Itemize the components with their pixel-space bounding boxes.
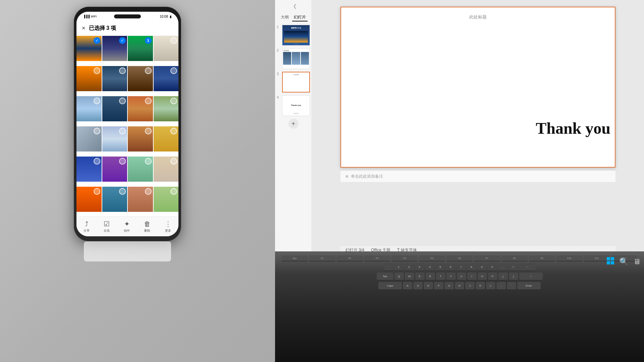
f11-key[interactable]: F11: [584, 255, 610, 261]
slide-list-item[interactable]: 2 此处标题: [277, 48, 310, 69]
slide-thumbnail[interactable]: 此处标题: [282, 48, 310, 69]
photo-cell[interactable]: 3: [128, 36, 153, 61]
i-key[interactable]: I: [467, 273, 477, 281]
f6-key[interactable]: F6: [446, 255, 473, 261]
photo-cell[interactable]: [76, 126, 102, 152]
lbracket-key[interactable]: [: [498, 273, 508, 281]
windows-button[interactable]: [607, 257, 614, 266]
f1-key[interactable]: F1: [309, 255, 335, 261]
photo-cell[interactable]: [76, 66, 102, 91]
5-key[interactable]: 5: [436, 263, 445, 271]
8-key[interactable]: 8: [467, 263, 476, 271]
selection-empty[interactable]: [145, 67, 152, 74]
equals-key[interactable]: =: [508, 263, 518, 271]
selection-empty[interactable]: [170, 98, 177, 104]
browser-button[interactable]: 🖥: [633, 257, 641, 266]
f2-key[interactable]: F2: [337, 255, 363, 261]
selection-empty[interactable]: [145, 188, 152, 195]
j-key[interactable]: J: [465, 282, 475, 290]
selection-empty[interactable]: [170, 67, 177, 74]
e-key[interactable]: E: [415, 273, 425, 281]
4-key[interactable]: 4: [425, 263, 435, 271]
photo-cell[interactable]: ✓: [76, 36, 102, 61]
photo-cell[interactable]: [128, 126, 153, 152]
more-button[interactable]: ⋮ 更多: [165, 220, 171, 233]
1-key[interactable]: 1: [394, 263, 404, 271]
minus-key[interactable]: -: [498, 263, 507, 271]
photo-cell[interactable]: ✓: [102, 36, 127, 61]
slide-thumbnail-active[interactable]: 此处标题: [282, 72, 310, 93]
photo-cell[interactable]: [102, 126, 127, 152]
semicolon-key[interactable]: ;: [496, 282, 506, 290]
select-all-button[interactable]: ☑ 全选: [104, 220, 110, 233]
photo-cell[interactable]: [102, 96, 127, 121]
photo-cell[interactable]: [154, 157, 179, 182]
selection-empty[interactable]: [170, 158, 177, 165]
selection-empty[interactable]: [145, 98, 152, 104]
tab-outline[interactable]: 大纲: [279, 14, 290, 21]
selection-empty[interactable]: [119, 158, 126, 165]
close-selection-button[interactable]: ×: [82, 25, 86, 32]
photo-cell[interactable]: [102, 187, 127, 212]
d-key[interactable]: D: [424, 282, 433, 290]
t-key[interactable]: T: [436, 273, 445, 281]
quote-key[interactable]: ': [507, 282, 516, 290]
collapse-panel-button[interactable]: 《: [291, 3, 296, 10]
selection-empty[interactable]: [170, 188, 177, 195]
backspace-key[interactable]: ←: [519, 263, 536, 271]
share-button[interactable]: ⤴ 分享: [84, 220, 90, 233]
selection-empty[interactable]: [170, 128, 177, 134]
9-key[interactable]: 9: [477, 263, 487, 271]
u-key[interactable]: U: [457, 273, 466, 281]
selection-number[interactable]: 3: [145, 37, 152, 44]
6-key[interactable]: 6: [446, 263, 455, 271]
f7-key[interactable]: F7: [474, 255, 500, 261]
f-key[interactable]: F: [434, 282, 443, 290]
o-key[interactable]: O: [478, 273, 487, 281]
selection-empty[interactable]: [94, 67, 100, 74]
selection-checkmark[interactable]: ✓: [119, 37, 126, 44]
photo-cell[interactable]: [76, 157, 102, 182]
delete-button[interactable]: 🗑 删除: [144, 220, 151, 233]
selection-checkmark[interactable]: ✓: [94, 37, 100, 44]
0-key[interactable]: 0: [488, 263, 497, 271]
selection-empty[interactable]: [145, 128, 152, 134]
h-key[interactable]: H: [455, 282, 464, 290]
caps-key[interactable]: Caps: [378, 282, 402, 290]
selection-empty[interactable]: [94, 188, 100, 195]
enter-key[interactable]: Enter: [517, 282, 541, 290]
photo-cell[interactable]: [154, 126, 179, 152]
f9-key[interactable]: F9: [529, 255, 555, 261]
slide-thumbnail[interactable]: Thank you HONOR: [282, 95, 310, 116]
tilde-key[interactable]: `: [384, 263, 393, 271]
p-key[interactable]: P: [488, 273, 497, 281]
photo-cell[interactable]: [128, 96, 153, 121]
photo-cell[interactable]: [102, 66, 127, 91]
photo-cell[interactable]: [128, 157, 153, 182]
search-button[interactable]: 🔍: [619, 257, 628, 266]
selection-empty[interactable]: [94, 98, 100, 104]
slide-list-item[interactable]: 3 此处标题: [277, 72, 310, 93]
photo-cell[interactable]: [154, 66, 179, 91]
2-key[interactable]: 2: [405, 263, 414, 271]
a-key[interactable]: A: [403, 282, 412, 290]
selection-empty[interactable]: [119, 67, 126, 74]
create-button[interactable]: ✦ 创作: [124, 220, 130, 233]
selection-empty[interactable]: [119, 98, 126, 104]
selection-empty[interactable]: [94, 128, 100, 134]
slide-list-item[interactable]: 4 Thank you HONOR: [277, 95, 310, 116]
slide-list-item[interactable]: 1 摄影图片汇总 HONOR: [277, 25, 310, 46]
selection-empty[interactable]: [119, 128, 126, 134]
backslash-key[interactable]: \: [519, 273, 543, 281]
main-slide-canvas[interactable]: 此处标题: [340, 7, 615, 168]
f5-key[interactable]: F5: [419, 255, 445, 261]
s-key[interactable]: S: [413, 282, 423, 290]
photo-cell[interactable]: [154, 36, 179, 61]
l-key[interactable]: L: [486, 282, 495, 290]
f10-key[interactable]: F10: [556, 255, 582, 261]
photo-cell[interactable]: [128, 187, 153, 212]
add-slide-button[interactable]: +: [288, 119, 299, 129]
g-key[interactable]: G: [444, 282, 454, 290]
r-key[interactable]: R: [426, 273, 435, 281]
photo-cell[interactable]: [154, 187, 179, 212]
